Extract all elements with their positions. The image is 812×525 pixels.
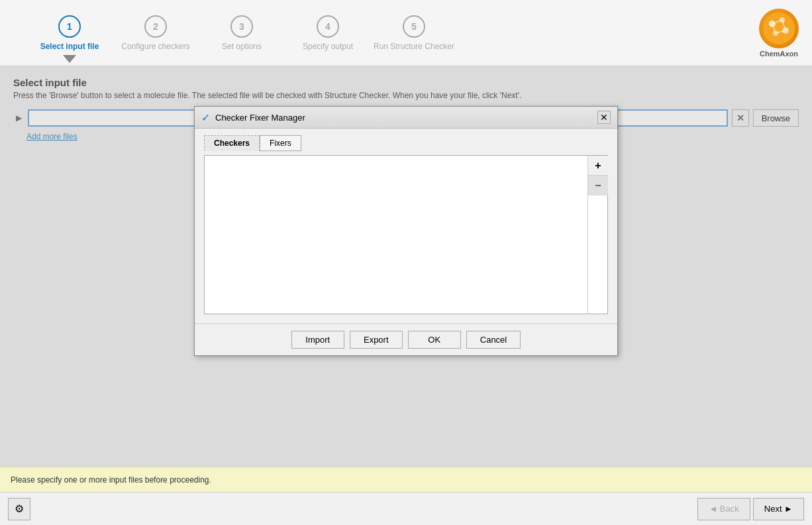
step-4-circle: 4: [317, 15, 339, 38]
dialog-icon: ✓: [201, 111, 210, 124]
modal-overlay: ✓ Checker Fixer Manager ✕ Checkers Fixer…: [0, 66, 812, 467]
modal-body: Checkers Fixers + −: [195, 129, 617, 323]
wizard-step-4[interactable]: 4 Specify output: [285, 15, 371, 51]
wizard-step-3[interactable]: 3 Set options: [199, 15, 285, 51]
status-bar: Please specify one or more input files b…: [0, 467, 812, 492]
status-message: Please specify one or more input files b…: [11, 475, 211, 485]
remove-checker-button[interactable]: −: [588, 176, 608, 196]
wizard-bar: 1 Select input file 2 Configure checkers…: [0, 0, 812, 66]
cancel-button[interactable]: Cancel: [466, 331, 521, 349]
logo-area: ChemAxon: [759, 9, 799, 58]
wizard-step-2[interactable]: 2 Configure checkers: [113, 15, 199, 51]
modal-titlebar: ✓ Checker Fixer Manager ✕: [195, 107, 617, 129]
checkers-sidebar: + −: [587, 156, 607, 314]
checkers-content-area: [205, 156, 587, 314]
step-1-label: Select input file: [40, 42, 99, 51]
step-5-circle: 5: [403, 15, 425, 38]
step-5-label: Run Structure Checker: [374, 42, 454, 51]
import-button[interactable]: Import: [291, 331, 344, 349]
bottom-bar: ⚙ ◄ Back Next ►: [0, 492, 812, 525]
add-checker-button[interactable]: +: [588, 156, 608, 176]
ok-button[interactable]: OK: [408, 331, 461, 349]
main-content: Select input file Press the 'Browse' but…: [0, 66, 812, 467]
settings-button[interactable]: ⚙: [8, 498, 30, 520]
modal-footer: Import Export OK Cancel: [195, 323, 617, 355]
dialog-title: Checker Fixer Manager: [215, 113, 592, 123]
dialog-close-button[interactable]: ✕: [597, 111, 611, 124]
export-button[interactable]: Export: [350, 331, 403, 349]
step-4-label: Specify output: [303, 42, 353, 51]
step-2-circle: 2: [144, 15, 167, 38]
next-button[interactable]: Next ►: [753, 498, 804, 520]
checker-fixer-manager-dialog: ✓ Checker Fixer Manager ✕ Checkers Fixer…: [194, 106, 618, 356]
chemaxon-logo: [759, 9, 799, 48]
svg-point-0: [763, 13, 795, 44]
tabs-row: Checkers Fixers: [204, 135, 608, 151]
wizard-step-1[interactable]: 1 Select input file: [26, 15, 113, 51]
tab-checkers[interactable]: Checkers: [204, 135, 260, 151]
step-1-arrow: [63, 55, 76, 63]
step-3-circle: 3: [230, 15, 253, 38]
wizard-steps: 1 Select input file 2 Configure checkers…: [26, 15, 759, 51]
step-1-circle: 1: [58, 15, 81, 38]
logo-label: ChemAxon: [760, 50, 798, 58]
navigation-buttons: ◄ Back Next ►: [697, 498, 804, 520]
wizard-step-5[interactable]: 5 Run Structure Checker: [371, 15, 457, 51]
tab-fixers[interactable]: Fixers: [260, 135, 301, 151]
back-button[interactable]: ◄ Back: [697, 498, 750, 520]
step-2-label: Configure checkers: [121, 42, 189, 51]
checkers-list: + −: [204, 155, 608, 314]
step-3-label: Set options: [222, 42, 262, 51]
